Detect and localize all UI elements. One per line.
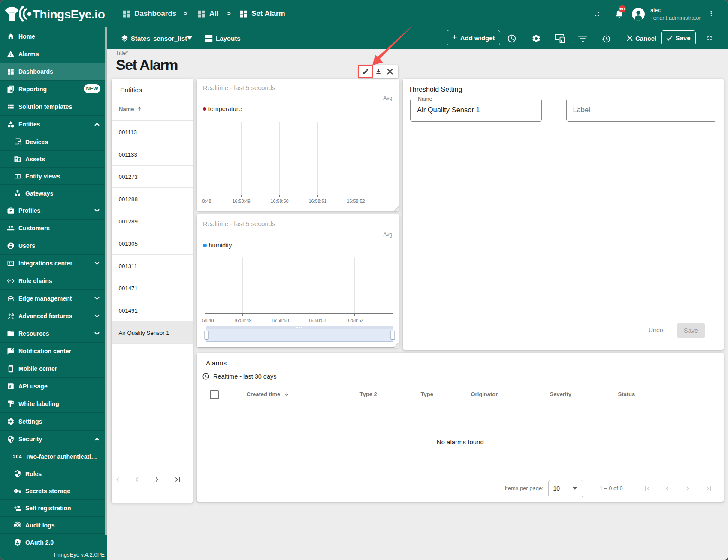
svg-text:16:58:50: 16:58:50 bbox=[271, 318, 289, 323]
svg-text:16:58:51: 16:58:51 bbox=[308, 318, 326, 323]
svg-text:16:58:49: 16:58:49 bbox=[233, 318, 251, 323]
svg-text:16:58:52: 16:58:52 bbox=[347, 199, 365, 204]
svg-text:16:58:52: 16:58:52 bbox=[345, 318, 363, 323]
svg-text:16:58:50: 16:58:50 bbox=[270, 199, 288, 204]
svg-text:16:58:49: 16:58:49 bbox=[232, 199, 250, 204]
svg-text:16:58:51: 16:58:51 bbox=[308, 199, 326, 204]
svg-text:58:48: 58:48 bbox=[202, 318, 214, 323]
svg-text:8:48: 8:48 bbox=[202, 199, 211, 204]
